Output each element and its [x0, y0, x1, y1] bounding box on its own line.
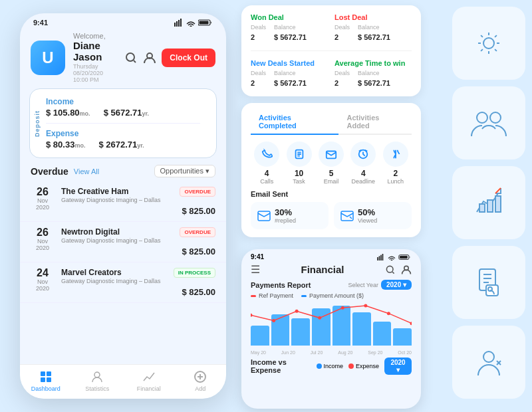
act-email: 5 Email — [319, 142, 344, 185]
svg-point-14 — [190, 26, 192, 27]
inprocess-badge: IN PROCESS — [174, 268, 215, 278]
opportunities-dropdown[interactable]: Opportunities ▾ — [154, 165, 215, 177]
replied-info: 30% #replied — [275, 207, 296, 224]
year-select-button[interactable]: 2020 ▾ — [381, 280, 412, 290]
fin-header: ☰ Financial — [241, 262, 421, 280]
overdue-header: Overdue View All Opportunities ▾ — [20, 165, 226, 181]
nav-add-label: Add — [195, 385, 205, 392]
profile-icon[interactable] — [143, 51, 156, 64]
bg-icon-chart — [452, 166, 525, 239]
payments-title: Payments Report — [251, 281, 311, 289]
expense-section: Expense $ 80.33mo. $ 2672.71yr. — [46, 129, 207, 150]
date-block: 26 Nov 2020 — [31, 187, 55, 211]
won-balance: Balance $ 5672.71 — [274, 24, 307, 43]
nav-dashboard[interactable]: Dashboard — [20, 365, 72, 399]
chart-bar-0 — [251, 326, 269, 346]
email-sent-title: Email Sent — [251, 190, 412, 198]
lost-deal-title: Lost Deal — [334, 13, 412, 21]
nav-add[interactable]: Add — [175, 365, 227, 399]
calls-icon — [254, 142, 279, 167]
overdue-badge: OVERDUE — [180, 227, 215, 237]
item-sub: Gateway Diagnostic Imaging – Dallas — [61, 237, 215, 244]
svg-point-34 — [391, 260, 392, 260]
svg-rect-4 — [487, 200, 493, 212]
nav-financial-label: Financial — [137, 385, 161, 392]
status-icons — [174, 19, 213, 27]
date-block: 24 Nov 2020 — [31, 268, 55, 292]
fin-profile-icon[interactable] — [401, 264, 412, 275]
item-amount: $ 825.00 — [61, 206, 215, 216]
item-amount: $ 825.00 — [61, 287, 215, 297]
won-deal-title: Won Deal — [251, 13, 328, 21]
svg-rect-30 — [377, 257, 378, 260]
chart-bar-2 — [291, 318, 310, 346]
lost-balance: Balance $ 5672.71 — [358, 24, 390, 43]
email-cards: 30% #replied 50% Viewed — [251, 202, 412, 229]
svg-point-17 — [126, 53, 134, 61]
activities-panel: Activities Completed Activities Added 4 … — [241, 103, 421, 237]
item-detail: IN PROCESS Marvel Creators Gateway Diagn… — [61, 268, 215, 297]
phone-header: U Welcome, Diane Jason Thursday 08/20/20… — [20, 29, 226, 88]
x-label: Sep 20 — [368, 350, 382, 355]
date-text: Thursday 08/20/2020 10:00 PM — [73, 63, 116, 83]
clock-out-button[interactable]: Clock Out — [162, 49, 215, 67]
deadline-icon — [350, 142, 376, 167]
bg-icon-gear — [452, 7, 525, 80]
header-actions: Clock Out — [124, 49, 215, 67]
bg-decorative-icons — [446, 0, 532, 412]
x-label: Jun 20 — [281, 350, 295, 355]
bg-icon-document — [452, 246, 525, 319]
tab-completed[interactable]: Activities Completed — [251, 111, 338, 135]
svg-rect-3 — [479, 204, 485, 212]
x-label: Oct 20 — [398, 350, 412, 355]
fin-search-icon[interactable] — [385, 264, 396, 275]
activities-tabs: Activities Completed Activities Added — [251, 111, 412, 135]
stats-panel: Won Deal Deals 2 Balance $ 5672.71 Lost … — [241, 5, 421, 96]
overdue-title: Overdue — [31, 166, 68, 177]
svg-rect-28 — [258, 211, 270, 221]
svg-point-41 — [295, 310, 299, 313]
svg-point-44 — [364, 304, 367, 308]
phone-right: 9:41 ☰ Financial Payments Report Select … — [241, 249, 421, 409]
tab-added[interactable]: Activities Added — [338, 111, 412, 134]
item-detail: OVERDUE Newtron Digital Gateway Diagnost… — [61, 227, 215, 257]
view-all-link[interactable]: View All — [74, 167, 99, 175]
email-icon — [319, 142, 344, 167]
replied-card: 30% #replied — [251, 202, 329, 229]
svg-rect-11 — [176, 21, 178, 27]
new-deals-title: New Deals Started — [251, 59, 328, 67]
won-deal-block: Won Deal Deals 2 Balance $ 5672.71 — [251, 13, 328, 43]
income-expense-bar: Income vs Expense Income Expense 2020 ▾ — [241, 355, 421, 377]
income-yearly: $ 5672.71yr. — [104, 108, 149, 118]
activities-icons-row: 4 Calls 10 Task 5 Email 4 Deadline — [251, 142, 412, 185]
item-amount: $ 825.00 — [61, 247, 215, 257]
avg-time-block: Average Time to win Deals 2 Balance $ 56… — [334, 59, 412, 88]
income-section: Income $ 105.80mo. $ 5672.71yr. — [46, 97, 207, 118]
viewed-card: 50% Viewed — [334, 202, 412, 229]
svg-rect-33 — [382, 254, 384, 260]
hamburger-icon[interactable]: ☰ — [251, 263, 260, 276]
lost-deals-count: Deals 2 — [334, 24, 350, 43]
new-deals-count: Deals 2 — [251, 70, 266, 88]
phone-left: 9:41 U Welcome, Diane Jason Thursday 08/… — [20, 13, 226, 399]
status-bar: 9:41 — [20, 13, 226, 29]
date-block: 26 Nov 2020 — [31, 227, 55, 251]
lunch-icon — [383, 142, 408, 167]
nav-statistics[interactable]: Statistics — [72, 365, 124, 399]
svg-rect-20 — [47, 371, 51, 376]
legend-ref-dot — [251, 295, 256, 297]
ie-expense-dot — [348, 363, 354, 369]
svg-point-1 — [477, 112, 487, 123]
viewed-info: 50% Viewed — [358, 207, 377, 224]
nav-financial[interactable]: Financial — [123, 365, 175, 399]
finance-card: Deposit Income $ 105.80mo. $ 5672.71yr. … — [29, 88, 217, 158]
overdue-item-0: 26 Nov 2020 OVERDUE The Creative Ham Gat… — [20, 181, 226, 222]
expense-yearly: $ 2672.71yr. — [98, 140, 144, 150]
search-icon[interactable] — [124, 51, 138, 64]
ie-legend: Income Expense 2020 ▾ — [317, 358, 412, 375]
ie-income-dot — [317, 363, 322, 369]
chart-x-labels: May 20Jun 20Jul 20Aug 20Sep 20Oct 20 — [251, 350, 412, 355]
year-select-2-button[interactable]: 2020 ▾ — [384, 358, 412, 375]
expense-monthly: $ 80.33mo. — [46, 140, 85, 150]
svg-point-23 — [94, 372, 100, 377]
